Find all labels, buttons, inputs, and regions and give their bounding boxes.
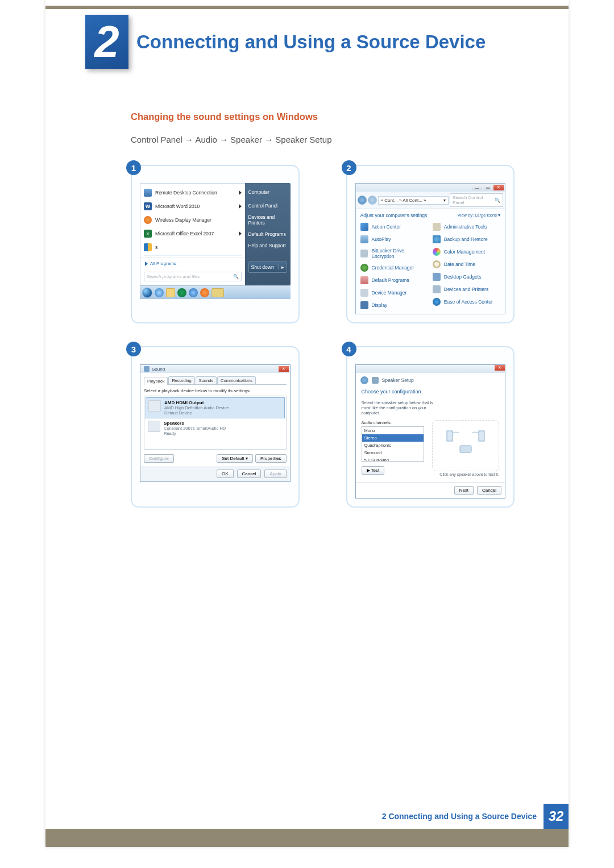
- panel-badge-3: 3: [126, 342, 141, 356]
- sm-right-computer[interactable]: Computer: [245, 186, 291, 198]
- flag-icon: [360, 223, 368, 231]
- sm-item-rdp[interactable]: Remote Desktop Connection: [140, 186, 245, 200]
- cp-item-credential[interactable]: Credential Manager: [360, 264, 428, 272]
- dialog-body: Playback Recording Sounds Communications…: [140, 373, 290, 466]
- properties-button[interactable]: Properties: [255, 454, 286, 463]
- config-row: Audio channels: Mono Stereo Quadraphonic…: [362, 420, 500, 476]
- sm-right-control-panel[interactable]: Control Panel: [245, 200, 291, 211]
- dialog-footer: Next Cancel: [356, 482, 505, 498]
- device-name: AMD HDMI Output: [164, 400, 229, 405]
- cp-item-color[interactable]: Color Management: [433, 248, 500, 256]
- nav-forward-icon[interactable]: [368, 196, 377, 205]
- cp-item-bitlocker[interactable]: BitLocker Drive Encryption: [360, 248, 428, 259]
- close-button[interactable]: ✕: [495, 365, 505, 371]
- cp-item-devices-printers[interactable]: Devices and Printers: [433, 285, 500, 293]
- cancel-button[interactable]: Cancel: [237, 470, 262, 478]
- list-item[interactable]: Mono: [362, 427, 424, 434]
- cp-item-admin-tools[interactable]: Administrative Tools: [433, 223, 500, 231]
- taskbar-media-icon[interactable]: [177, 288, 186, 297]
- close-button[interactable]: ✕: [493, 185, 504, 190]
- close-button[interactable]: ✕: [279, 366, 289, 372]
- minimize-button[interactable]: —: [472, 185, 482, 190]
- sm-right-devices-printers[interactable]: Devices and Printers: [245, 211, 291, 229]
- tab-sounds[interactable]: Sounds: [196, 376, 217, 384]
- cp-adjust-row: Adjust your computer's settings View by:…: [360, 213, 501, 218]
- sm-label: s: [155, 244, 157, 250]
- nav-path: Control Panel → Audio → Speaker → Speake…: [131, 135, 515, 144]
- cp-body: Adjust your computer's settings View by:…: [356, 209, 505, 314]
- sm-item-wdm[interactable]: Wireless Display Manager: [140, 213, 245, 227]
- channels-listbox[interactable]: Mono Stereo Quadraphonic Surround 5.1 Su…: [362, 426, 424, 462]
- nav-back-icon[interactable]: [360, 376, 368, 384]
- apply-button[interactable]: Apply: [264, 470, 286, 478]
- device-amd-hdmi[interactable]: AMD HDMI Output AMD High Definition Audi…: [146, 397, 285, 418]
- sm-right-default-programs[interactable]: Default Programs: [245, 229, 291, 240]
- cp-item-label: Action Center: [372, 224, 401, 230]
- start-search-input[interactable]: Search programs and files 🔍: [144, 272, 242, 281]
- cp-item-action-center[interactable]: Action Center: [360, 223, 428, 231]
- list-item[interactable]: Quadraphonic: [362, 442, 424, 449]
- cp-item-backup[interactable]: Backup and Restore: [433, 235, 500, 243]
- cp-item-datetime[interactable]: Date and Time: [433, 260, 500, 268]
- cancel-button[interactable]: Cancel: [477, 486, 501, 495]
- sm-item-excel[interactable]: XMicrosoft Office Excel 2007: [140, 227, 245, 240]
- list-item[interactable]: Surround: [362, 449, 424, 456]
- panel-badge-4: 4: [342, 342, 356, 356]
- cp-viewby[interactable]: View by: Large icons ▾: [458, 213, 500, 218]
- gadgets-icon: [433, 273, 441, 281]
- sm-item-word[interactable]: WMicrosoft Word 2010: [140, 200, 245, 213]
- cp-item-label: Ease of Access Center: [444, 299, 493, 305]
- tab-recording[interactable]: Recording: [168, 376, 194, 384]
- config-title: Choose your configuration: [362, 389, 500, 394]
- taskbar-browser-icon[interactable]: [189, 288, 198, 297]
- speaker-icon: [148, 421, 160, 432]
- remote-desktop-icon: [144, 189, 152, 197]
- address-bar[interactable]: « Cont... » All Cont... » ▾: [378, 196, 449, 205]
- next-button[interactable]: Next: [454, 486, 474, 495]
- footer-text: 2 Connecting and Using a Source Device: [375, 807, 544, 825]
- all-programs[interactable]: All Programs: [140, 257, 245, 269]
- chevron-right-icon: [239, 231, 242, 236]
- taskbar-folder-icon[interactable]: [211, 288, 224, 297]
- search-icon: 🔍: [495, 198, 500, 203]
- tab-communications[interactable]: Communications: [217, 376, 256, 384]
- speaker-setup-dialog: ✕ Speaker Setup Choose your configuratio…: [355, 364, 506, 499]
- list-item[interactable]: Stereo: [362, 434, 424, 442]
- cp-item-device-manager[interactable]: Device Manager: [360, 289, 428, 297]
- window-titlebar: — ▭ ✕: [356, 184, 505, 192]
- cp-items-grid: Action Center AutoPlay BitLocker Drive E…: [360, 223, 501, 309]
- configure-button[interactable]: Configure: [144, 454, 174, 463]
- cp-item-gadgets[interactable]: Desktop Gadgets: [433, 273, 500, 281]
- nav-back-icon[interactable]: [358, 196, 367, 205]
- arrow-right-icon: [145, 261, 148, 266]
- shutdown-label: Shut down: [251, 264, 274, 270]
- search-placeholder: Search programs and files: [147, 274, 200, 279]
- shutdown-button[interactable]: Shut down ▸: [248, 261, 287, 273]
- cp-item-label: Date and Time: [444, 261, 475, 267]
- start-menu-left: Remote Desktop Connection WMicrosoft Wor…: [140, 183, 245, 285]
- tab-playback[interactable]: Playback: [144, 377, 168, 385]
- panel-4-speaker-setup: 4 ✕ Speaker Setup Choose your configurat…: [346, 346, 515, 508]
- cp-item-display[interactable]: Display: [360, 301, 428, 309]
- start-menu-right: Computer Control Panel Devices and Print…: [245, 183, 291, 285]
- hdmi-icon: [148, 400, 161, 412]
- cp-item-ease[interactable]: Ease of Access Center: [433, 298, 500, 306]
- sm-item-s[interactable]: s: [140, 240, 245, 254]
- footer-page-number: 32: [544, 804, 569, 829]
- bottom-accent-bar: [45, 829, 569, 847]
- chapter-title: Connecting and Using a Source Device: [136, 31, 486, 53]
- sm-right-help[interactable]: Help and Support: [245, 240, 291, 251]
- list-item[interactable]: 5.1 Surround: [362, 456, 424, 462]
- cp-item-autoplay[interactable]: AutoPlay: [360, 235, 428, 243]
- ok-button[interactable]: OK: [217, 470, 234, 478]
- device-speakers[interactable]: Speakers Conexant 20671 SmartAudio HD Re…: [146, 418, 285, 438]
- cp-item-default-programs[interactable]: Default Programs: [360, 276, 428, 284]
- maximize-button[interactable]: ▭: [483, 185, 493, 190]
- taskbar-explorer-icon[interactable]: [166, 288, 175, 297]
- cp-search-input[interactable]: Search Control Panel 🔍: [450, 193, 503, 207]
- set-default-button[interactable]: Set Default ▾: [217, 454, 253, 463]
- test-button[interactable]: ▶ Test: [362, 466, 385, 475]
- start-orb-icon[interactable]: [142, 288, 152, 298]
- taskbar-wmp-icon[interactable]: [200, 288, 209, 297]
- taskbar-ie-icon[interactable]: [155, 288, 164, 297]
